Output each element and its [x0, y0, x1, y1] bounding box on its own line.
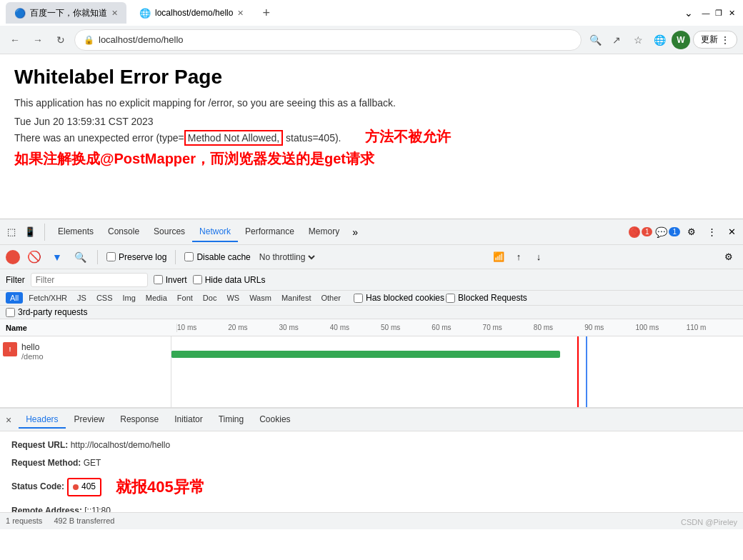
mark-110ms: 110 m: [687, 324, 737, 331]
waterfall-row: ! hello /demo: [0, 336, 743, 407]
browser-chrome: 🔵 百度一下，你就知道 ✕ 🌐 localhost/demo/hello ✕ +…: [0, 0, 743, 54]
details-tab-timing[interactable]: Timing: [211, 411, 251, 429]
devtools-tab-network[interactable]: Network: [192, 222, 238, 242]
profile-icon[interactable]: W: [672, 31, 690, 49]
request-method-label: Request Method:: [11, 458, 81, 468]
upload-icon[interactable]: ↑: [510, 249, 527, 266]
extension-icon[interactable]: 🌐: [650, 31, 669, 49]
devtools-tab-memory[interactable]: Memory: [301, 222, 346, 242]
devtools-tab-console[interactable]: Console: [101, 222, 146, 242]
new-tab-button[interactable]: +: [256, 3, 276, 24]
maximize-button[interactable]: ❐: [713, 7, 724, 19]
error-highlight: Method Not Allowed,: [184, 130, 283, 146]
invert-input[interactable]: [154, 275, 163, 284]
details-tab-preview[interactable]: Preview: [67, 411, 112, 429]
has-blocked-cookies-checkbox[interactable]: Has blocked cookies: [354, 293, 444, 303]
filter-wasm[interactable]: Wasm: [245, 292, 276, 304]
preserve-log-checkbox[interactable]: Preserve log: [106, 252, 166, 262]
filter-media[interactable]: Media: [141, 292, 171, 304]
third-party-checkbox[interactable]: 3rd-party requests: [6, 307, 737, 317]
more-options-icon[interactable]: ⋮: [703, 224, 720, 241]
tab-baidu[interactable]: 🔵 百度一下，你就知道 ✕: [6, 2, 126, 24]
url-bar[interactable]: 🔒 localhost/demo/hello: [74, 29, 582, 51]
filter-manifest[interactable]: Manifest: [277, 292, 316, 304]
more-tabs-icon[interactable]: »: [346, 224, 364, 241]
forward-button[interactable]: →: [29, 31, 47, 49]
details-tab-response[interactable]: Response: [113, 411, 166, 429]
tab-close-baidu[interactable]: ✕: [111, 9, 118, 18]
wifi-icon[interactable]: 📶: [490, 249, 507, 266]
details-tab-headers[interactable]: Headers: [19, 411, 65, 429]
chevron-down-icon[interactable]: ⌄: [684, 7, 693, 19]
disable-cache-checkbox[interactable]: Disable cache: [184, 252, 250, 262]
inspect-element-icon[interactable]: ⬚: [3, 224, 20, 241]
details-panel: × Headers Preview Response Initiator Tim…: [0, 408, 743, 529]
preserve-log-input[interactable]: [106, 252, 116, 261]
tab-favicon-localhost: 🌐: [139, 8, 151, 19]
devtools-close-icon[interactable]: ✕: [723, 224, 740, 241]
filter-doc[interactable]: Doc: [199, 292, 221, 304]
hide-data-urls-label: Hide data URLs: [205, 275, 266, 285]
blocked-requests-input[interactable]: [446, 294, 455, 303]
mark-90ms: 90 ms: [584, 324, 635, 331]
download-icon[interactable]: ↓: [530, 249, 547, 266]
filter-img[interactable]: Img: [119, 292, 140, 304]
search-network-icon[interactable]: 🔍: [71, 249, 89, 266]
devtools-tab-sources[interactable]: Sources: [146, 222, 192, 242]
has-blocked-cookies-input[interactable]: [354, 294, 363, 303]
request-icon-text: !: [9, 346, 11, 353]
details-tab-cookies[interactable]: Cookies: [252, 411, 297, 429]
third-party-input[interactable]: [6, 308, 15, 317]
minimize-button[interactable]: —: [700, 7, 712, 19]
settings-gear-icon[interactable]: ⚙: [720, 249, 737, 266]
page-content: Whitelabel Error Page This application h…: [0, 54, 743, 219]
separator1: [97, 250, 98, 264]
bookmark-icon[interactable]: ☆: [629, 31, 647, 49]
disable-cache-input[interactable]: [184, 252, 194, 261]
back-button[interactable]: ←: [6, 31, 24, 49]
blocked-requests-checkbox[interactable]: Blocked Requests: [446, 293, 527, 303]
throttle-select[interactable]: No throttling Slow 3G Fast 3G: [256, 251, 317, 263]
details-close-icon[interactable]: ×: [6, 414, 11, 426]
waterfall-visual: [171, 336, 743, 407]
mark-70ms: 70 ms: [483, 324, 534, 331]
filter-all[interactable]: All: [6, 292, 23, 304]
timeline-marks: 10 ms 20 ms 30 ms 40 ms 50 ms 60 ms 70 m…: [177, 324, 737, 331]
page-timestamp: Tue Jun 20 13:59:31 CST 2023: [14, 116, 729, 127]
record-button[interactable]: [6, 250, 20, 264]
devtools-tab-elements[interactable]: Elements: [51, 222, 101, 242]
filter-toggle-icon[interactable]: ▼: [49, 249, 66, 266]
filter-other[interactable]: Other: [316, 292, 345, 304]
hide-data-urls-checkbox[interactable]: Hide data URLs: [193, 275, 266, 285]
details-tab-initiator[interactable]: Initiator: [167, 411, 209, 429]
devtools-tab-performance[interactable]: Performance: [238, 222, 301, 242]
filter-fetch-xhr[interactable]: Fetch/XHR: [24, 292, 71, 304]
filter-ws[interactable]: WS: [222, 292, 244, 304]
status-code-number: 405: [81, 480, 96, 494]
settings-icon[interactable]: ⚙: [683, 224, 700, 241]
close-button[interactable]: ✕: [726, 7, 737, 19]
info-icon: 💬: [655, 226, 667, 238]
invert-checkbox[interactable]: Invert: [154, 275, 187, 285]
tab-close-localhost[interactable]: ✕: [237, 9, 244, 18]
reload-button[interactable]: ↻: [51, 31, 70, 49]
request-icon: !: [3, 342, 17, 356]
status-code-row: Status Code: 405 就报405异常: [11, 474, 732, 499]
device-toggle-icon[interactable]: 📱: [21, 224, 39, 241]
tab-localhost[interactable]: 🌐 localhost/demo/hello ✕: [131, 2, 252, 24]
share-icon[interactable]: ↗: [607, 31, 626, 49]
bottom-bar: 1 requests 492 B transferred CSDN @Pirel…: [0, 512, 743, 529]
lock-icon: 🔒: [84, 35, 94, 45]
more-icon: ⋮: [721, 35, 729, 45]
search-icon[interactable]: 🔍: [586, 31, 604, 49]
mark-100ms: 100 ms: [635, 324, 686, 331]
filter-input[interactable]: [31, 273, 148, 287]
request-name-col[interactable]: ! hello /demo: [0, 336, 171, 407]
error-text-before: There was an unexpected error (type=: [14, 132, 184, 144]
filter-js[interactable]: JS: [73, 292, 91, 304]
hide-data-urls-input[interactable]: [193, 275, 202, 284]
update-button[interactable]: 更新 ⋮: [693, 31, 737, 49]
filter-font[interactable]: Font: [173, 292, 197, 304]
filter-css[interactable]: CSS: [92, 292, 117, 304]
clear-button[interactable]: 🚫: [26, 249, 43, 266]
